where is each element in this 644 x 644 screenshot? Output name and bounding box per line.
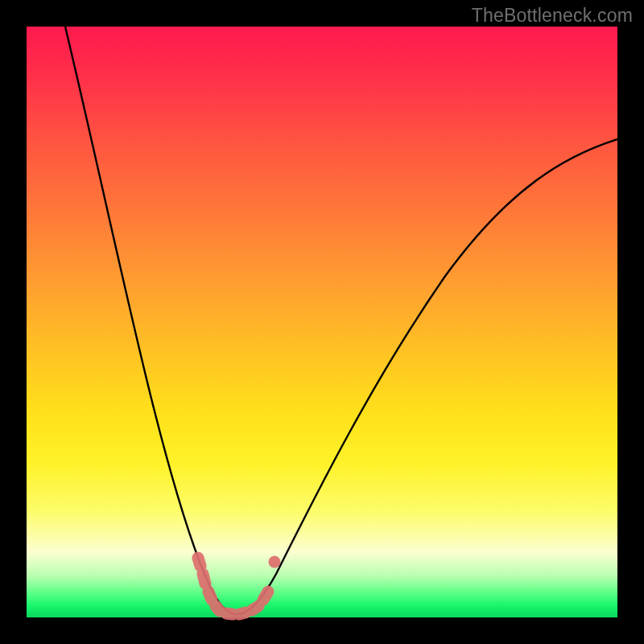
highlight-dots (198, 558, 275, 614)
chart-frame: TheBottleneck.com (0, 0, 644, 644)
bottleneck-curve (65, 27, 617, 614)
watermark-text: TheBottleneck.com (472, 5, 633, 27)
plot-area (27, 27, 617, 617)
bottleneck-curve-svg (27, 27, 617, 617)
